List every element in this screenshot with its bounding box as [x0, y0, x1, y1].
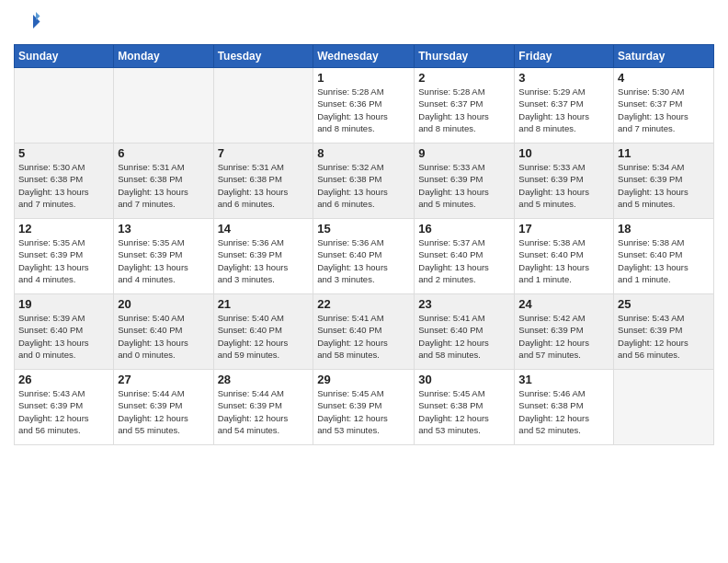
day-info: Sunrise: 5:33 AMSunset: 6:39 PMDaylight:… [418, 161, 510, 210]
weekday-header: Wednesday [313, 45, 415, 68]
header [14, 9, 714, 37]
calendar-week-row: 12Sunrise: 5:35 AMSunset: 6:39 PMDayligh… [15, 219, 714, 294]
day-info: Sunrise: 5:28 AMSunset: 6:36 PMDaylight:… [317, 86, 410, 134]
day-info: Sunrise: 5:42 AMSunset: 6:39 PMDaylight:… [518, 312, 609, 361]
day-number: 30 [418, 373, 510, 386]
calendar-cell: 4Sunrise: 5:30 AMSunset: 6:37 PMDaylight… [614, 68, 714, 144]
calendar-cell: 18Sunrise: 5:38 AMSunset: 6:40 PMDayligh… [614, 219, 714, 294]
calendar-cell: 1Sunrise: 5:28 AMSunset: 6:36 PMDaylight… [313, 68, 415, 144]
day-info: Sunrise: 5:28 AMSunset: 6:37 PMDaylight:… [418, 86, 510, 134]
day-number: 14 [218, 222, 310, 236]
calendar-cell: 9Sunrise: 5:33 AMSunset: 6:39 PMDaylight… [415, 144, 515, 219]
day-number: 18 [618, 222, 710, 236]
day-number: 27 [118, 373, 209, 386]
logo-icon [14, 9, 41, 37]
calendar-cell: 27Sunrise: 5:44 AMSunset: 6:39 PMDayligh… [114, 370, 213, 445]
calendar-cell: 3Sunrise: 5:29 AMSunset: 6:37 PMDaylight… [515, 68, 614, 144]
calendar-cell: 11Sunrise: 5:34 AMSunset: 6:39 PMDayligh… [614, 144, 714, 219]
day-info: Sunrise: 5:31 AMSunset: 6:38 PMDaylight:… [218, 161, 310, 210]
day-number: 7 [218, 146, 310, 160]
calendar-cell: 10Sunrise: 5:33 AMSunset: 6:39 PMDayligh… [515, 144, 614, 219]
day-info: Sunrise: 5:30 AMSunset: 6:38 PMDaylight:… [18, 161, 109, 210]
day-info: Sunrise: 5:36 AMSunset: 6:40 PMDaylight:… [317, 236, 410, 285]
weekday-header: Tuesday [213, 45, 313, 68]
weekday-header: Thursday [415, 45, 515, 68]
day-number: 5 [18, 146, 109, 160]
calendar-week-row: 5Sunrise: 5:30 AMSunset: 6:38 PMDaylight… [15, 144, 714, 219]
day-info: Sunrise: 5:29 AMSunset: 6:37 PMDaylight:… [518, 86, 609, 134]
calendar-cell: 23Sunrise: 5:41 AMSunset: 6:40 PMDayligh… [415, 294, 515, 370]
day-number: 10 [518, 146, 609, 160]
day-info: Sunrise: 5:38 AMSunset: 6:40 PMDaylight:… [618, 236, 710, 285]
calendar-cell [614, 370, 714, 445]
calendar-cell: 19Sunrise: 5:39 AMSunset: 6:40 PMDayligh… [15, 294, 114, 370]
calendar-cell: 29Sunrise: 5:45 AMSunset: 6:39 PMDayligh… [313, 370, 415, 445]
day-info: Sunrise: 5:46 AMSunset: 6:38 PMDaylight:… [518, 387, 609, 436]
calendar-cell: 15Sunrise: 5:36 AMSunset: 6:40 PMDayligh… [313, 219, 415, 294]
day-info: Sunrise: 5:39 AMSunset: 6:40 PMDaylight:… [18, 312, 109, 361]
day-number: 26 [18, 373, 109, 386]
calendar-cell: 14Sunrise: 5:36 AMSunset: 6:39 PMDayligh… [213, 219, 313, 294]
weekday-header: Sunday [15, 45, 114, 68]
calendar-cell: 16Sunrise: 5:37 AMSunset: 6:40 PMDayligh… [415, 219, 515, 294]
day-number: 20 [118, 297, 209, 311]
day-number: 17 [518, 222, 609, 236]
day-number: 4 [618, 71, 710, 85]
day-number: 12 [18, 222, 109, 236]
calendar-cell: 7Sunrise: 5:31 AMSunset: 6:38 PMDaylight… [213, 144, 313, 219]
calendar-cell: 6Sunrise: 5:31 AMSunset: 6:38 PMDaylight… [114, 144, 213, 219]
day-number: 11 [618, 146, 710, 160]
calendar-cell: 21Sunrise: 5:40 AMSunset: 6:40 PMDayligh… [213, 294, 313, 370]
calendar-cell: 28Sunrise: 5:44 AMSunset: 6:39 PMDayligh… [213, 370, 313, 445]
calendar-week-row: 1Sunrise: 5:28 AMSunset: 6:36 PMDaylight… [15, 68, 714, 144]
day-info: Sunrise: 5:44 AMSunset: 6:39 PMDaylight:… [218, 387, 310, 436]
day-info: Sunrise: 5:45 AMSunset: 6:38 PMDaylight:… [418, 387, 510, 436]
day-number: 8 [317, 146, 410, 160]
calendar-cell [15, 68, 114, 144]
calendar-cell: 20Sunrise: 5:40 AMSunset: 6:40 PMDayligh… [114, 294, 213, 370]
calendar-cell: 22Sunrise: 5:41 AMSunset: 6:40 PMDayligh… [313, 294, 415, 370]
calendar-cell: 30Sunrise: 5:45 AMSunset: 6:38 PMDayligh… [415, 370, 515, 445]
calendar-cell: 8Sunrise: 5:32 AMSunset: 6:38 PMDaylight… [313, 144, 415, 219]
calendar-week-row: 19Sunrise: 5:39 AMSunset: 6:40 PMDayligh… [15, 294, 714, 370]
day-info: Sunrise: 5:36 AMSunset: 6:39 PMDaylight:… [218, 236, 310, 285]
weekday-header: Monday [114, 45, 213, 68]
day-number: 6 [118, 146, 209, 160]
calendar-cell: 5Sunrise: 5:30 AMSunset: 6:38 PMDaylight… [15, 144, 114, 219]
day-number: 31 [518, 373, 609, 386]
day-number: 15 [317, 222, 410, 236]
day-info: Sunrise: 5:38 AMSunset: 6:40 PMDaylight:… [518, 236, 609, 285]
day-number: 29 [317, 373, 410, 386]
day-number: 19 [18, 297, 109, 311]
day-info: Sunrise: 5:40 AMSunset: 6:40 PMDaylight:… [118, 312, 209, 361]
weekday-header: Saturday [614, 45, 714, 68]
day-number: 2 [418, 71, 510, 85]
calendar-cell: 26Sunrise: 5:43 AMSunset: 6:39 PMDayligh… [15, 370, 114, 445]
logo [14, 9, 45, 37]
day-info: Sunrise: 5:43 AMSunset: 6:39 PMDaylight:… [18, 387, 109, 436]
day-number: 13 [118, 222, 209, 236]
svg-marker-1 [36, 12, 40, 20]
day-number: 23 [418, 297, 510, 311]
day-number: 3 [518, 71, 609, 85]
day-number: 24 [518, 297, 609, 311]
calendar-cell: 31Sunrise: 5:46 AMSunset: 6:38 PMDayligh… [515, 370, 614, 445]
day-info: Sunrise: 5:37 AMSunset: 6:40 PMDaylight:… [418, 236, 510, 285]
day-number: 16 [418, 222, 510, 236]
day-info: Sunrise: 5:41 AMSunset: 6:40 PMDaylight:… [317, 312, 410, 361]
day-info: Sunrise: 5:32 AMSunset: 6:38 PMDaylight:… [317, 161, 410, 210]
day-number: 21 [218, 297, 310, 311]
day-number: 1 [317, 71, 410, 85]
calendar-cell: 17Sunrise: 5:38 AMSunset: 6:40 PMDayligh… [515, 219, 614, 294]
day-number: 25 [618, 297, 710, 311]
calendar-cell: 13Sunrise: 5:35 AMSunset: 6:39 PMDayligh… [114, 219, 213, 294]
calendar-cell [114, 68, 213, 144]
day-number: 22 [317, 297, 410, 311]
day-info: Sunrise: 5:41 AMSunset: 6:40 PMDaylight:… [418, 312, 510, 361]
weekday-header-row: SundayMondayTuesdayWednesdayThursdayFrid… [15, 45, 714, 68]
day-info: Sunrise: 5:35 AMSunset: 6:39 PMDaylight:… [18, 236, 109, 285]
calendar-week-row: 26Sunrise: 5:43 AMSunset: 6:39 PMDayligh… [15, 370, 714, 445]
calendar: SundayMondayTuesdayWednesdayThursdayFrid… [14, 44, 714, 445]
day-info: Sunrise: 5:43 AMSunset: 6:39 PMDaylight:… [618, 312, 710, 361]
day-number: 9 [418, 146, 510, 160]
